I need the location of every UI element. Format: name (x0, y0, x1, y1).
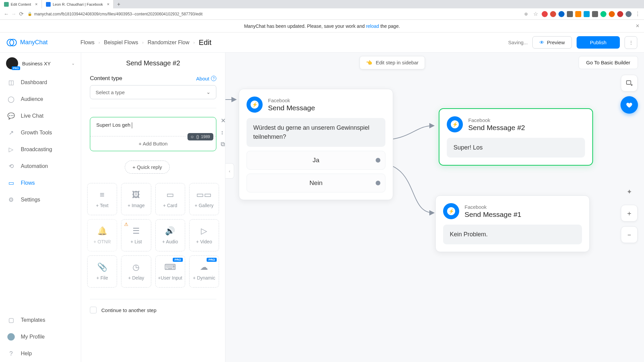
flow-node-send-message-1[interactable]: Facebook Send Message #1 Kein Problem. (435, 195, 590, 252)
block-tile-user-input[interactable]: PRO⌨+User Input (155, 255, 185, 288)
extension-icon[interactable] (567, 11, 573, 17)
connection-port[interactable] (376, 158, 380, 163)
sidebar-item-label: Live Chat (21, 113, 44, 119)
more-button[interactable]: ⋮ (625, 36, 637, 49)
zoom-out-button[interactable]: － (621, 226, 638, 243)
sidebar-item-templates[interactable]: ▢Templates (0, 312, 81, 328)
block-tile-image[interactable]: 🖼+ Image (121, 183, 151, 215)
pro-badge: PRO (12, 66, 20, 70)
warning-icon: ⚠ (124, 222, 128, 227)
sidebar-item-flows[interactable]: ▭Flows (0, 175, 81, 191)
translate-icon[interactable]: ⊕ (522, 11, 530, 16)
avatar-icon[interactable] (626, 11, 632, 17)
close-icon[interactable]: × (35, 2, 38, 7)
reload-icon[interactable]: ⟳ (17, 11, 25, 17)
extension-icon[interactable] (600, 11, 606, 17)
sidebar-item-automation[interactable]: ⟲Automation (0, 158, 81, 175)
flow-canvas[interactable]: ‹ 👈 Edit step in sidebar Go To Basic Bui… (225, 53, 644, 362)
content-type-select[interactable]: Select a type ⌄ (90, 85, 216, 99)
publish-button[interactable]: Publish (577, 36, 620, 49)
star-icon[interactable]: ☆ (532, 11, 539, 17)
text-message-block[interactable]: Super! Los geh ☺ {} 1989 + Add Button (90, 117, 216, 151)
extension-icon[interactable] (558, 11, 565, 17)
sidebar-item-profile[interactable]: My Profile (0, 328, 81, 345)
message-text-input[interactable]: Super! Los geh ☺ {} 1989 (90, 117, 216, 136)
preview-button[interactable]: 👁 Preview (532, 36, 572, 49)
block-tile-gallery[interactable]: ▭▭+ Gallery (189, 183, 219, 215)
braces-icon[interactable]: {} (196, 134, 199, 139)
breadcrumb-item[interactable]: Flows (80, 40, 95, 46)
block-tile-dynamic[interactable]: PRO☁+ Dynamic (189, 255, 219, 288)
audio-icon: 🔊 (165, 226, 175, 236)
block-tile-card[interactable]: ▭+ Card (155, 183, 185, 215)
extension-icon[interactable] (617, 11, 623, 17)
fit-view-button[interactable]: ✦ (621, 183, 638, 200)
connection-port[interactable] (376, 181, 380, 185)
continue-row[interactable]: Continue to another step (81, 301, 225, 319)
node-button-nein[interactable]: Nein (247, 174, 385, 192)
forward-icon[interactable]: → (10, 11, 17, 17)
sidebar-item-livechat[interactable]: 💬Live Chat (0, 108, 81, 124)
pro-badge: PRO (173, 258, 183, 262)
node-platform: Facebook (465, 204, 521, 210)
card-icon: ▭ (166, 190, 174, 199)
flows-icon: ▭ (7, 179, 15, 187)
about-link[interactable]: About ? (196, 76, 216, 81)
add-node-button[interactable] (621, 75, 638, 92)
sidebar-item-broadcasting[interactable]: ▷Broadcasting (0, 141, 81, 158)
block-tile-otnr[interactable]: 🔔+ OTNR (87, 219, 117, 251)
zoom-in-button[interactable]: ＋ (621, 205, 638, 222)
app-logo[interactable]: ManyChat (7, 38, 80, 48)
menu-icon[interactable]: ⋮ (634, 11, 641, 17)
copy-icon[interactable]: ⧉ (221, 141, 225, 148)
close-icon[interactable]: × (107, 2, 110, 7)
assistant-button[interactable] (621, 96, 638, 114)
block-tile-text[interactable]: ≡+ Text (87, 183, 117, 215)
workspace-switcher[interactable]: PRO Business XY ⌄ (0, 53, 81, 74)
extension-icon[interactable] (609, 11, 615, 17)
sidebar-item-settings[interactable]: ⚙Settings (0, 191, 81, 208)
new-tab-button[interactable]: + (114, 1, 123, 7)
browser-tab[interactable]: Leon R. Chaudhari | Facebook × (42, 0, 114, 8)
block-tile-delay[interactable]: ◷+ Delay (121, 255, 151, 288)
close-icon[interactable]: × (636, 22, 639, 29)
extension-icon[interactable] (584, 11, 590, 17)
sidebar-item-growth[interactable]: ↗Growth Tools (0, 124, 81, 141)
collapse-panel-button[interactable]: ‹ (225, 163, 234, 179)
sidebar-item-audience[interactable]: ◯Audience (0, 91, 81, 108)
button-label: Ja (313, 157, 319, 164)
flow-node-send-message[interactable]: Facebook Send Message Würdest du gerne a… (239, 89, 393, 200)
breadcrumb-item[interactable]: Beispiel Flows (104, 40, 138, 46)
block-tile-file[interactable]: 📎+ File (87, 255, 117, 288)
extension-icons: ⊕ ☆ ⋮ (522, 11, 641, 17)
reload-link[interactable]: reload (366, 23, 379, 29)
breadcrumb: Flows › Beispiel Flows › Randomizer Flow… (80, 38, 211, 47)
sidebar-item-dashboard[interactable]: ◫Dashboard (0, 74, 81, 91)
url-field[interactable]: 🔒 manychat.com/fb181039442408309/cms/fil… (28, 12, 522, 16)
add-quick-reply-button[interactable]: + Quick reply (125, 161, 170, 174)
goto-basic-button[interactable]: Go To Basic Builder (579, 56, 638, 69)
flow-node-send-message-2[interactable]: Facebook Send Message #2 Super! Los (439, 108, 593, 166)
block-tile-video[interactable]: ▷+ Video (189, 219, 219, 251)
breadcrumb-item[interactable]: Randomizer Flow (148, 40, 189, 46)
sidebar-item-help[interactable]: ?Help (0, 345, 81, 362)
browser-tab-active[interactable]: Edit Content × (0, 0, 42, 8)
tile-label: + OTNR (94, 239, 111, 244)
block-tile-list[interactable]: ⚠☰+ List (121, 219, 151, 251)
close-icon[interactable]: ✕ (221, 117, 225, 124)
sidebar-item-label: Dashboard (21, 79, 47, 85)
image-icon: 🖼 (132, 190, 140, 199)
block-tile-audio[interactable]: 🔊+ Audio (155, 219, 185, 251)
emoji-icon[interactable]: ☺ (190, 134, 194, 139)
help-icon: ? (7, 350, 15, 357)
extension-icon[interactable] (542, 11, 548, 17)
extension-icon[interactable] (592, 11, 598, 17)
extension-icon[interactable] (550, 11, 556, 17)
continue-checkbox[interactable] (90, 307, 97, 313)
move-icon[interactable]: ↕ (221, 129, 225, 136)
sidebar-item-label: Help (21, 351, 32, 357)
svg-rect-0 (627, 81, 631, 84)
node-button-ja[interactable]: Ja (247, 151, 385, 170)
back-icon[interactable]: ← (3, 11, 10, 17)
extension-icon[interactable] (575, 11, 581, 17)
